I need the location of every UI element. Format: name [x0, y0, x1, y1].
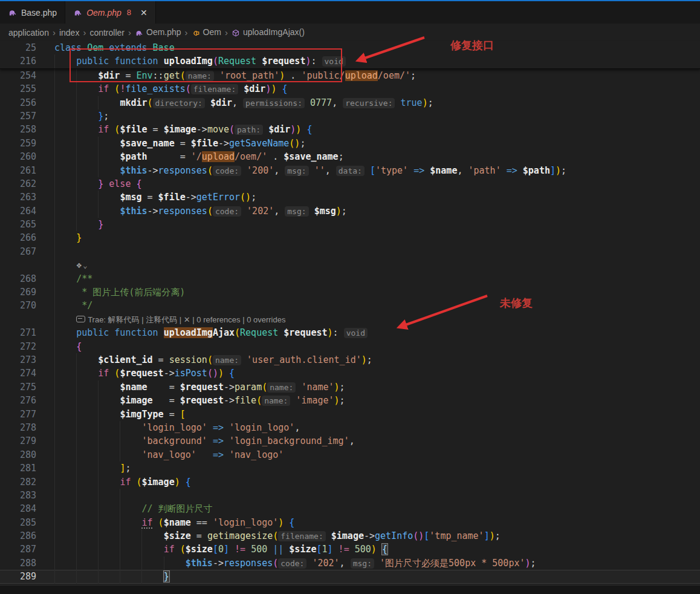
codelens-text[interactable]: Trae: 解释代码 | 注释代码 | ✕ | 0 references | 0…	[88, 315, 285, 324]
line-content[interactable]: $imgType = [	[54, 408, 700, 421]
line-content[interactable]: /**	[54, 272, 700, 286]
code-line[interactable]: 264 $this->responses(code: '202', msg: $…	[0, 204, 700, 218]
glyph-margin[interactable]	[36, 286, 54, 299]
line-content[interactable]: } else {	[54, 177, 700, 191]
line-number[interactable]: 260	[0, 150, 36, 163]
line-number[interactable]: 280	[0, 448, 36, 462]
breadcrumb-item-oem[interactable]: Oem	[192, 27, 221, 37]
glyph-margin[interactable]	[36, 367, 54, 380]
line-number[interactable]: 268	[0, 272, 36, 286]
line-content[interactable]: $path = '/upload/oem/' . $save_name;	[54, 150, 700, 163]
line-number[interactable]: 261	[0, 164, 36, 177]
line-number[interactable]: 270	[0, 299, 36, 312]
line-number[interactable]: 265	[0, 218, 36, 231]
glyph-margin[interactable]	[36, 177, 54, 191]
line-number[interactable]: 276	[0, 394, 36, 407]
line-content[interactable]: };	[54, 109, 700, 123]
line-content[interactable]: * 图片上传(前后端分离)	[54, 286, 700, 299]
code-line[interactable]: 285 if ($name == 'login_logo') {	[0, 516, 700, 529]
glyph-margin[interactable]	[36, 150, 54, 163]
line-content[interactable]: 'background' => 'login_background_img',	[54, 434, 700, 448]
line-content[interactable]: ];	[54, 462, 700, 475]
glyph-margin[interactable]	[36, 82, 54, 96]
line-content[interactable]: mkdir(directory: $dir, permissions: 0777…	[54, 96, 700, 109]
line-number[interactable]: 283	[0, 489, 36, 502]
glyph-margin[interactable]	[36, 340, 54, 353]
line-number[interactable]: 267	[0, 245, 36, 258]
code-line[interactable]: 263 $msg = $file->getError();	[0, 191, 700, 204]
line-number[interactable]: 259	[0, 137, 36, 150]
line-number[interactable]: 272	[0, 340, 36, 353]
line-number[interactable]: 285	[0, 516, 36, 529]
glyph-margin[interactable]	[36, 475, 54, 489]
code-line[interactable]: 277 $imgType = [	[0, 408, 700, 421]
line-content[interactable]: $client_id = session(name: 'user_auth.cl…	[54, 353, 700, 367]
glyph-margin[interactable]	[36, 137, 54, 150]
breadcrumb-item-controller[interactable]: controller	[89, 28, 125, 38]
glyph-margin[interactable]	[36, 123, 54, 136]
code-line[interactable]: 268 /**	[0, 272, 700, 286]
line-number[interactable]: 266	[0, 231, 36, 244]
line-content[interactable]: $dir = Env::get(name: 'root_path') . 'pu…	[54, 69, 700, 82]
line-content[interactable]: if ($file = $image->move(path: $dir)) {	[54, 123, 700, 136]
code-line[interactable]: 216 public function uploadImg(Request $r…	[0, 54, 700, 68]
line-number[interactable]: 275	[0, 380, 36, 394]
glyph-margin[interactable]	[36, 204, 54, 218]
breadcrumb-item-oem-php[interactable]: Oem.php	[135, 27, 181, 37]
line-number[interactable]: 277	[0, 408, 36, 421]
line-number[interactable]: 284	[0, 502, 36, 515]
line-content[interactable]: if ($request->isPost()) {	[54, 367, 700, 380]
line-content[interactable]: class Oem extends Base	[54, 41, 700, 54]
line-number[interactable]: 286	[0, 529, 36, 543]
glyph-margin[interactable]	[36, 245, 54, 258]
line-number[interactable]: 289	[0, 570, 36, 583]
line-number[interactable]: 271	[0, 326, 36, 339]
glyph-margin[interactable]	[36, 96, 54, 109]
line-number[interactable]: 254	[0, 69, 36, 82]
line-number[interactable]: 216	[0, 54, 36, 68]
code-line[interactable]: 262 } else {	[0, 177, 700, 191]
code-line[interactable]: 287 if ($size[0] != 500 || $size[1] != 5…	[0, 543, 700, 556]
line-number[interactable]: 288	[0, 556, 36, 570]
line-content[interactable]: }	[54, 231, 700, 244]
glyph-margin[interactable]	[36, 326, 54, 339]
glyph-margin[interactable]	[36, 421, 54, 434]
code-line[interactable]: 269 * 图片上传(前后端分离)	[0, 286, 700, 299]
glyph-margin[interactable]	[36, 164, 54, 177]
line-number[interactable]	[0, 313, 36, 326]
code-line[interactable]: 25class Oem extends Base	[0, 41, 700, 54]
glyph-margin[interactable]	[36, 462, 54, 475]
line-number[interactable]: 25	[0, 41, 36, 54]
glyph-margin[interactable]	[36, 353, 54, 367]
line-number[interactable]: 274	[0, 367, 36, 380]
code-editor[interactable]: 25class Oem extends Base216 public funct…	[0, 41, 700, 584]
code-line[interactable]: 282 if ($image) {	[0, 475, 700, 489]
code-line[interactable]: 255 if (!file_exists(filename: $dir)) {	[0, 82, 700, 96]
glyph-margin[interactable]	[36, 556, 54, 570]
tab-base-php[interactable]: Base.php	[0, 1, 65, 24]
code-line[interactable]: 259 $save_name = $file->getSaveName();	[0, 137, 700, 150]
line-number[interactable]: 255	[0, 82, 36, 96]
glyph-margin[interactable]	[36, 299, 54, 312]
breadcrumb-item-uploadimgajax-[interactable]: uploadImgAjax()	[232, 27, 305, 37]
glyph-margin[interactable]	[36, 69, 54, 82]
glyph-margin[interactable]	[36, 218, 54, 231]
code-line[interactable]: 260 $path = '/upload/oem/' . $save_name;	[0, 150, 700, 163]
line-number[interactable]: 269	[0, 286, 36, 299]
code-line[interactable]: 276 $image = $request->file(name: 'image…	[0, 394, 700, 407]
code-line[interactable]: 284 // 判断图片尺寸	[0, 502, 700, 515]
code-line[interactable]: 270 */	[0, 299, 700, 312]
code-line[interactable]: 275 $name = $request->param(name: 'name'…	[0, 380, 700, 394]
line-number[interactable]: 282	[0, 475, 36, 489]
code-line[interactable]: 279 'background' => 'login_background_im…	[0, 434, 700, 448]
code-line[interactable]: 280 'nav_logo' => 'nav_logo'	[0, 448, 700, 462]
glyph-margin[interactable]	[36, 313, 54, 326]
line-content[interactable]: 'nav_logo' => 'nav_logo'	[54, 448, 700, 462]
code-line[interactable]: 274 if ($request->isPost()) {	[0, 367, 700, 380]
line-content[interactable]: $save_name = $file->getSaveName();	[54, 137, 700, 150]
code-line[interactable]: 281 ];	[0, 462, 700, 475]
line-number[interactable]: 263	[0, 191, 36, 204]
line-content[interactable]	[54, 489, 700, 502]
code-line[interactable]: 258 if ($file = $image->move(path: $dir)…	[0, 123, 700, 136]
line-content[interactable]: */	[54, 299, 700, 312]
